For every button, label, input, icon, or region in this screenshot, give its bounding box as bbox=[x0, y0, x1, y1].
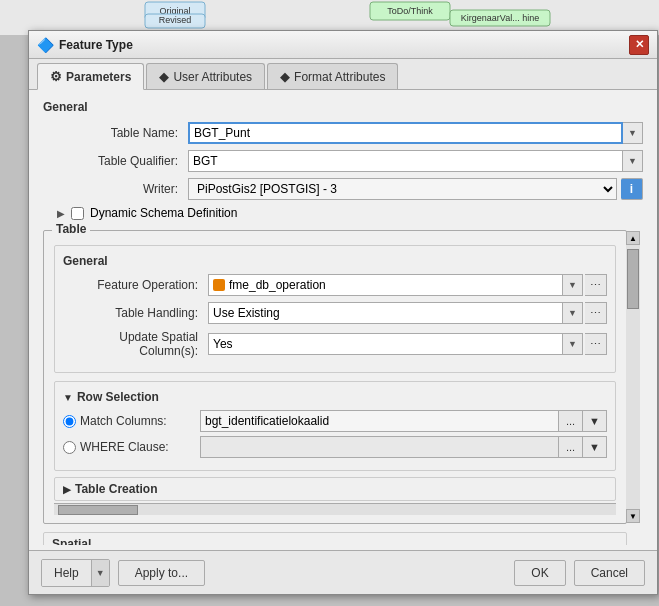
feature-operation-select-arrow[interactable]: ▼ bbox=[563, 274, 583, 296]
canvas-nodes: Original Revised ToDo/Think KirgenaarVal… bbox=[0, 0, 659, 30]
table-name-row: Table Name: ▼ bbox=[43, 122, 643, 144]
tab-format-attributes[interactable]: ◆ Format Attributes bbox=[267, 63, 398, 89]
table-handling-control: Use Existing ▼ ⋯ bbox=[208, 302, 607, 324]
writer-row: Writer: PiPostGis2 [POSTGIS] - 3 i bbox=[43, 178, 643, 200]
svg-text:Revised: Revised bbox=[159, 15, 192, 25]
match-columns-label: Match Columns: bbox=[80, 414, 200, 428]
dynamic-schema-row: ▶ Dynamic Schema Definition bbox=[57, 206, 643, 220]
table-qualifier-label: Table Qualifier: bbox=[43, 154, 188, 168]
row-selection-title: ▼ Row Selection bbox=[63, 390, 607, 404]
feature-operation-value: fme_db_operation bbox=[229, 278, 326, 292]
dialog-title: Feature Type bbox=[59, 38, 133, 52]
table-qualifier-control: ▼ bbox=[188, 150, 643, 172]
table-name-dropdown-btn[interactable]: ▼ bbox=[623, 122, 643, 144]
vsb-thumb-area bbox=[626, 245, 640, 509]
table-handling-extra-btn[interactable]: ⋯ bbox=[585, 302, 607, 324]
where-clause-input-wrap: ... ▼ bbox=[200, 436, 607, 458]
tab-user-attributes[interactable]: ◆ User Attributes bbox=[146, 63, 265, 89]
match-columns-radio[interactable] bbox=[63, 415, 76, 428]
parameters-tab-label: Parameters bbox=[66, 70, 131, 84]
table-handling-select-arrow[interactable]: ▼ bbox=[563, 302, 583, 324]
spatial-section-title: Spatial bbox=[52, 537, 618, 545]
table-qualifier-dropdown-btn[interactable]: ▼ bbox=[623, 150, 643, 172]
match-columns-row: Match Columns: ... ▼ bbox=[63, 410, 607, 432]
user-attributes-tab-label: User Attributes bbox=[173, 70, 252, 84]
feature-operation-row: Feature Operation: fme_db_operation ▼ ⋯ bbox=[63, 274, 607, 296]
writer-select[interactable]: PiPostGis2 [POSTGIS] - 3 bbox=[188, 178, 617, 200]
help-dropdown-button[interactable]: ▼ bbox=[91, 560, 109, 586]
match-columns-input-wrap: ... ▼ bbox=[200, 410, 607, 432]
table-name-input[interactable] bbox=[188, 122, 623, 144]
feature-operation-control: fme_db_operation ▼ ⋯ bbox=[208, 274, 607, 296]
tab-parameters[interactable]: ⚙ Parameters bbox=[37, 63, 144, 90]
writer-control: PiPostGis2 [POSTGIS] - 3 i bbox=[188, 178, 643, 200]
tab-bar: ⚙ Parameters ◆ User Attributes ◆ Format … bbox=[29, 59, 657, 90]
content-area: General Table Name: ▼ Table Qualifier: ▼ bbox=[29, 90, 657, 545]
table-creation-expand[interactable]: ▶ bbox=[63, 484, 71, 495]
general-sub-section: General Feature Operation: fme_db_operat… bbox=[54, 245, 616, 373]
where-clause-ellipsis-btn[interactable]: ... bbox=[559, 436, 583, 458]
where-clause-radio[interactable] bbox=[63, 441, 76, 454]
vsb-down-btn[interactable]: ▼ bbox=[626, 509, 640, 523]
general-section-label: General bbox=[43, 100, 643, 114]
close-button[interactable]: ✕ bbox=[629, 35, 649, 55]
table-section: Table General Feature Operation: fme_db bbox=[43, 230, 627, 524]
format-attributes-tab-icon: ◆ bbox=[280, 69, 290, 84]
table-handling-value: Use Existing bbox=[213, 306, 280, 320]
cancel-button[interactable]: Cancel bbox=[574, 560, 645, 586]
general-sub-title: General bbox=[63, 254, 607, 268]
fme-icon bbox=[213, 279, 225, 291]
vsb-up-btn[interactable]: ▲ bbox=[626, 231, 640, 245]
bottom-bar: Help ▼ Apply to... OK Cancel bbox=[29, 550, 657, 594]
dynamic-schema-expand[interactable]: ▶ bbox=[57, 208, 65, 219]
apply-to-button[interactable]: Apply to... bbox=[118, 560, 205, 586]
writer-label: Writer: bbox=[43, 182, 188, 196]
table-qualifier-row: Table Qualifier: ▼ bbox=[43, 150, 643, 172]
row-selection-collapse[interactable]: ▼ bbox=[63, 392, 73, 403]
vsb-thumb[interactable] bbox=[627, 249, 639, 309]
table-qualifier-input[interactable] bbox=[188, 150, 623, 172]
writer-info-button[interactable]: i bbox=[621, 178, 643, 200]
table-handling-label: Table Handling: bbox=[63, 306, 208, 320]
feature-operation-display: fme_db_operation bbox=[208, 274, 563, 296]
help-button-wrap: Help ▼ bbox=[41, 559, 110, 587]
table-handling-display: Use Existing bbox=[208, 302, 563, 324]
update-spatial-extra-btn[interactable]: ⋯ bbox=[585, 333, 607, 355]
parameters-tab-icon: ⚙ bbox=[50, 69, 62, 84]
table-section-title: Table bbox=[52, 222, 90, 236]
dialog-icon: 🔷 bbox=[37, 37, 53, 53]
table-handling-row: Table Handling: Use Existing ▼ ⋯ bbox=[63, 302, 607, 324]
where-clause-row: WHERE Clause: ... ▼ bbox=[63, 436, 607, 458]
match-columns-ellipsis-btn[interactable]: ... bbox=[559, 410, 583, 432]
dynamic-schema-checkbox[interactable] bbox=[71, 207, 84, 220]
update-spatial-select-arrow[interactable]: ▼ bbox=[563, 333, 583, 355]
match-columns-arrow-btn[interactable]: ▼ bbox=[583, 410, 607, 432]
table-name-label: Table Name: bbox=[43, 126, 188, 140]
dynamic-schema-label: Dynamic Schema Definition bbox=[90, 206, 237, 220]
spatial-section: Spatial bbox=[43, 532, 627, 545]
table-name-input-wrap: ▼ bbox=[188, 122, 643, 144]
vertical-scrollbar[interactable]: ▲ ▼ bbox=[626, 231, 640, 523]
row-selection-section: ▼ Row Selection Match Columns: ... ▼ bbox=[54, 381, 616, 471]
ok-button[interactable]: OK bbox=[514, 560, 565, 586]
help-button[interactable]: Help bbox=[42, 560, 91, 586]
table-qualifier-input-wrap: ▼ bbox=[188, 150, 643, 172]
table-section-content: General Feature Operation: fme_db_operat… bbox=[44, 231, 626, 523]
where-clause-input[interactable] bbox=[200, 436, 559, 458]
table-creation-label: Table Creation bbox=[75, 482, 157, 496]
table-creation-title: ▶ Table Creation bbox=[55, 478, 615, 500]
table-creation-section: ▶ Table Creation bbox=[54, 477, 616, 501]
feature-operation-extra-btn[interactable]: ⋯ bbox=[585, 274, 607, 296]
horizontal-scrollbar[interactable] bbox=[54, 503, 616, 515]
hscroll-thumb[interactable] bbox=[58, 505, 138, 515]
where-clause-label: WHERE Clause: bbox=[80, 440, 200, 454]
format-attributes-tab-label: Format Attributes bbox=[294, 70, 385, 84]
row-selection-label: Row Selection bbox=[77, 390, 159, 404]
table-name-control: ▼ bbox=[188, 122, 643, 144]
svg-text:KirgenaarVal... hine: KirgenaarVal... hine bbox=[461, 13, 539, 23]
user-attributes-tab-icon: ◆ bbox=[159, 69, 169, 84]
update-spatial-control: Yes ▼ ⋯ bbox=[208, 333, 607, 355]
match-columns-input[interactable] bbox=[200, 410, 559, 432]
svg-text:ToDo/Think: ToDo/Think bbox=[387, 6, 433, 16]
where-clause-arrow-btn[interactable]: ▼ bbox=[583, 436, 607, 458]
